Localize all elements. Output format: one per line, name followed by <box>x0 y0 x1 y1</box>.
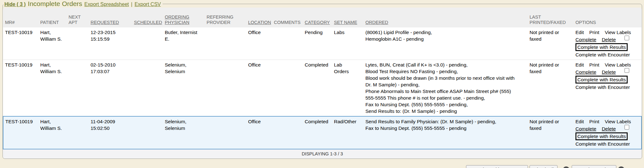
edit-link[interactable]: Edit <box>575 119 584 124</box>
mr-cell: TEST-10019 <box>3 60 38 117</box>
location-cell: Office <box>246 60 272 117</box>
order-checkbox[interactable] <box>625 125 629 130</box>
column-header: LAST PRINTED/FAXED <box>528 8 574 27</box>
incomplete-orders-panel: Hide ( 3 ) Incomplete Orders Export Spre… <box>3 0 642 159</box>
complete-link[interactable]: Complete <box>575 37 596 42</box>
print-link[interactable]: Print <box>589 119 599 124</box>
comments-cell <box>272 116 303 149</box>
orders-table: MR# PATIENT NEXT APT REQUESTED SCHEDULED… <box>3 8 642 149</box>
order-checkbox[interactable] <box>625 68 629 73</box>
column-header: NEXT APT <box>67 8 89 27</box>
export-csv-link[interactable]: Export CSV <box>135 2 161 7</box>
ordered-cell: Send Results to Family Physician: (Dr. M… <box>364 116 528 149</box>
check-all-button[interactable]: Check All <box>530 165 558 168</box>
set-name-cell: Lab Orders <box>332 60 364 117</box>
table-header-row: MR# PATIENT NEXT APT REQUESTED SCHEDULED… <box>3 8 641 27</box>
edit-link[interactable]: Edit <box>575 62 584 67</box>
set-name-cell: Rad/Other <box>332 116 364 149</box>
table-row[interactable]: TEST-10019 Hart, William S. 11-04-2009 1… <box>3 116 641 149</box>
view-labels-link[interactable]: View Labels <box>605 119 631 124</box>
referring-provider-cell <box>205 27 246 60</box>
legend-separator: | <box>131 2 132 7</box>
print-link[interactable]: Print <box>589 62 599 67</box>
column-header: MR# <box>3 8 38 27</box>
help-icon[interactable]: ? <box>618 166 625 168</box>
comments-cell <box>272 27 303 60</box>
scheduled-cell <box>132 116 163 149</box>
edit-link[interactable]: Edit <box>575 30 584 35</box>
panel-legend: Hide ( 3 ) Incomplete Orders Export Spre… <box>3 0 163 8</box>
next-apt-cell <box>67 27 89 60</box>
view-labels-link[interactable]: View Labels <box>605 62 631 67</box>
complete-with-encounter-button[interactable]: Complete with Encounter <box>466 165 528 168</box>
patient-cell: Hart, William S. <box>38 116 67 149</box>
column-sort-link[interactable]: ORDERED <box>365 20 388 25</box>
next-apt-cell <box>67 116 89 149</box>
table-row[interactable]: TEST-10019 Hart, William S. 12-23-2015 1… <box>3 27 641 60</box>
comments-cell <box>272 60 303 117</box>
complete-with-results-link[interactable]: Complete with Results <box>575 132 628 140</box>
patient-cell: Hart, William S. <box>38 60 67 117</box>
ordering-physician-cell: Butler, Internist E. <box>163 27 205 60</box>
displaying-count: DISPLAYING 1-3 / 3 <box>3 149 642 159</box>
mr-cell: TEST-10019 <box>3 27 38 60</box>
order-checkbox[interactable] <box>625 36 629 40</box>
complete-link[interactable]: Complete <box>575 69 596 75</box>
column-header: LOCATION <box>246 8 272 27</box>
category-cell: Pending <box>303 27 332 60</box>
hide-link[interactable]: Hide ( 3 ) <box>4 2 26 7</box>
ordered-cell: Lytes, BUN, Creat (Call if K+ is <3.0) -… <box>364 60 528 117</box>
ordering-physician-cell: Selenium, Selenium <box>163 116 205 149</box>
complete-with-encounter-link[interactable]: Complete with Encounter <box>575 52 630 57</box>
set-name-cell: Labs <box>332 27 364 60</box>
table-row[interactable]: TEST-10019 Hart, William S. 02-15-2010 1… <box>3 60 641 117</box>
mr-cell: TEST-10019 <box>3 116 38 149</box>
delete-link[interactable]: Delete <box>602 69 616 75</box>
location-cell: Office <box>246 116 272 149</box>
incomplete-orders-screen: Hide ( 3 ) Incomplete Orders Export Spre… <box>0 0 644 168</box>
column-header: CATEGORY <box>303 8 332 27</box>
column-sort-link[interactable]: REQUESTED <box>91 20 119 25</box>
column-header: REQUESTED <box>89 8 132 27</box>
last-printed-faxed-cell: Not printed or faxed <box>528 27 574 60</box>
column-header: PATIENT <box>38 8 67 27</box>
scheduled-cell <box>132 27 163 60</box>
complete-with-encounter-link[interactable]: Complete with Encounter <box>575 141 630 147</box>
footer-actions: Complete with Encounter Check All ? Comp… <box>0 159 644 168</box>
view-labels-link[interactable]: View Labels <box>605 30 631 35</box>
column-header: SCHEDULED <box>132 8 163 27</box>
complete-with-encounter-link[interactable]: Complete with Encounter <box>575 84 630 90</box>
scheduled-cell <box>132 60 163 117</box>
column-sort-link[interactable]: LOCATION <box>248 20 271 25</box>
options-cell: Edit Print View Labels Complete Delete C… <box>574 27 641 60</box>
export-spreadsheet-link[interactable]: Export Spreadsheet <box>84 2 129 7</box>
patient-cell: Hart, William S. <box>38 27 67 60</box>
column-header: SET NAME <box>332 8 364 27</box>
requested-cell: 12-23-2015 15:15:59 <box>89 27 132 60</box>
column-sort-link[interactable]: CATEGORY <box>305 20 330 25</box>
category-cell: Completed <box>303 60 332 117</box>
complete-orders-button[interactable]: Complete Orders <box>572 165 616 168</box>
column-header: REFERRING PROVIDER <box>205 8 246 27</box>
delete-link[interactable]: Delete <box>602 126 616 131</box>
column-sort-link[interactable]: SCHEDULED <box>134 20 162 25</box>
requested-cell: 11-04-2009 15:02:50 <box>89 116 132 149</box>
options-cell: Edit Print View Labels Complete Delete C… <box>574 60 641 117</box>
delete-link[interactable]: Delete <box>602 37 616 42</box>
ordered-cell: (80061) Lipid Profile - pending, Hemoglo… <box>364 27 528 60</box>
column-header: ORDERING PHYSICIAN <box>163 8 205 27</box>
options-cell: Edit Print View Labels Complete Delete C… <box>574 116 641 149</box>
ordering-physician-cell: Selenium, Selenium <box>163 60 205 117</box>
column-sort-link[interactable]: SET NAME <box>334 20 357 25</box>
help-icon[interactable]: ? <box>563 166 569 168</box>
complete-with-results-link[interactable]: Complete with Results <box>575 76 628 84</box>
column-header: OPTIONS <box>574 8 641 27</box>
column-header: ORDERED <box>364 8 528 27</box>
last-printed-faxed-cell: Not printed or faxed <box>528 60 574 117</box>
complete-link[interactable]: Complete <box>575 126 596 131</box>
location-cell: Office <box>246 27 272 60</box>
complete-with-results-link[interactable]: Complete with Results <box>575 43 628 51</box>
print-link[interactable]: Print <box>589 30 599 35</box>
requested-cell: 02-15-2010 17:03:07 <box>89 60 132 117</box>
column-sort-link[interactable]: ORDERING PHYSICIAN <box>165 14 189 25</box>
